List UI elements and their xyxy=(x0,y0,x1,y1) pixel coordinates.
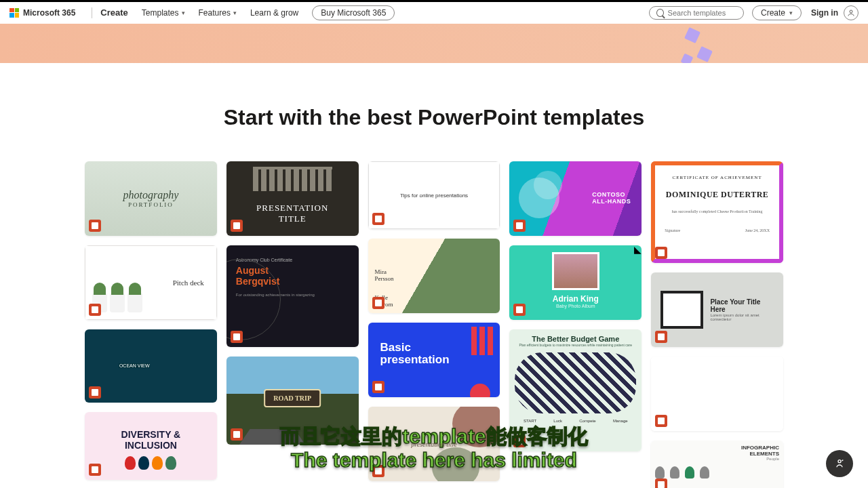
powerpoint-badge-icon xyxy=(89,304,101,316)
cube-decoration-icon xyxy=(681,54,694,63)
search-box[interactable] xyxy=(649,6,744,20)
template-card-roadtrip[interactable]: ROAD TRIP xyxy=(226,357,359,445)
thumb-title: Adrian King xyxy=(509,294,642,304)
template-card-infographic-people[interactable]: INFOGRAPHIC ELEMENTSPeople xyxy=(651,441,783,488)
template-card-infographic-weeks[interactable]: WEEK 1WEEK 2WEEK 3WEEK 4 xyxy=(651,357,783,431)
thumb-label: START xyxy=(524,419,536,423)
thumb-label: WEEK 2 xyxy=(693,424,708,428)
chevron-down-icon: ▾ xyxy=(233,9,237,16)
template-card-place-title[interactable]: Place Your Title HereLorem ipsum dolor s… xyxy=(651,272,783,347)
page-title: Start with the best PowerPoint templates xyxy=(0,105,868,130)
microsoft-logo-icon[interactable] xyxy=(9,8,19,18)
powerpoint-badge-icon xyxy=(89,464,101,476)
thumb-title: OCEAN VIEW xyxy=(119,363,150,368)
powerpoint-badge-icon xyxy=(231,331,243,343)
template-card-blob[interactable]: presentation title xyxy=(368,407,500,481)
powerpoint-badge-icon xyxy=(655,479,667,488)
thumb-title: DOMINIQUE DUTERTRE xyxy=(665,190,770,200)
powerpoint-badge-icon xyxy=(513,304,526,316)
thumb-label: WEEK 4 xyxy=(760,424,774,428)
template-card-astronomy[interactable]: Astronomy Club CertificateAugust Bergqvi… xyxy=(226,245,359,347)
powerpoint-badge-icon xyxy=(655,415,667,427)
thumb-title: PRESENTATION TITLE xyxy=(256,203,328,224)
thumb-label: WEEK 3 xyxy=(726,424,741,428)
template-card-certificate[interactable]: CERTIFICATE OF ACHIEVEMENTDOMINIQUE DUTE… xyxy=(651,161,783,263)
thumb-subtitle: Baby Photo Album xyxy=(509,304,642,308)
template-card-tips[interactable]: Tips for online presentations xyxy=(368,161,500,229)
template-card-budget[interactable]: The Better Budget GamePlan efficient bud… xyxy=(509,329,642,451)
profile-avatar-icon[interactable] xyxy=(844,5,859,20)
nav-features-label: Features xyxy=(199,8,231,18)
powerpoint-badge-icon xyxy=(372,297,384,309)
powerpoint-badge-icon xyxy=(372,381,384,393)
template-card-pitch-deck[interactable]: Pitch deck xyxy=(85,245,217,320)
thumb-title: presentation title xyxy=(411,441,457,448)
chevron-down-icon: ▾ xyxy=(789,9,793,16)
thumb-desc: Lorem ipsum dolor sit amet consectetur xyxy=(710,313,774,321)
thumb-subtitle: People xyxy=(655,457,779,461)
thumb-text: Persson xyxy=(375,276,394,283)
powerpoint-badge-icon xyxy=(655,247,667,259)
powerpoint-badge-icon xyxy=(655,331,667,343)
thumb-label: Compete xyxy=(579,419,595,423)
thumb-subtitle: CERTIFICATE OF ACHIEVEMENT xyxy=(665,175,770,180)
thumb-title: INFOGRAPHIC ELEMENTS xyxy=(655,445,779,457)
powerpoint-badge-icon xyxy=(89,386,101,399)
template-card-contoso[interactable]: CONTOSO ALL-HANDS xyxy=(509,161,642,236)
cube-decoration-icon xyxy=(684,27,701,43)
search-icon xyxy=(656,9,664,17)
template-card-diversity[interactable]: DIVERSITY &INCLUSION xyxy=(85,412,217,480)
buy-m365-button[interactable]: Buy Microsoft 365 xyxy=(312,5,395,20)
nav-templates[interactable]: Templates▾ xyxy=(142,8,185,18)
thumb-title: Pitch deck xyxy=(173,279,204,287)
thumb-subtitle: PORTFOLIO xyxy=(128,201,174,208)
nav-create[interactable]: Create xyxy=(100,7,127,18)
template-gallery: photographyPORTFOLIO Pitch deck OCEAN VI… xyxy=(85,161,783,488)
thumb-title: CONTOSO ALL-HANDS xyxy=(592,191,631,205)
cube-decoration-icon xyxy=(696,46,713,62)
powerpoint-badge-icon xyxy=(372,213,384,225)
powerpoint-badge-icon xyxy=(372,465,384,477)
powerpoint-badge-icon xyxy=(513,220,526,232)
svg-point-0 xyxy=(850,10,852,13)
thumb-subtitle: INCLUSION xyxy=(125,440,177,451)
thumb-title: ROAD TRIP xyxy=(264,389,321,407)
thumb-desc: has successfully completed Cheese Produc… xyxy=(665,209,770,214)
help-fab-button[interactable] xyxy=(826,450,853,477)
create-button[interactable]: Create▾ xyxy=(752,5,802,20)
powerpoint-badge-icon xyxy=(513,435,526,447)
template-card-mira[interactable]: MiraPerssonKalleAstrom xyxy=(368,239,500,313)
thumb-title: DIVERSITY & xyxy=(121,429,181,440)
thumb-subtitle: Plan efficient budgets to maximize resou… xyxy=(515,343,636,347)
search-input[interactable] xyxy=(668,9,736,17)
nav-divider xyxy=(92,7,92,18)
powerpoint-badge-icon xyxy=(89,220,101,232)
hero-banner xyxy=(0,24,868,63)
thumb-label: Luck xyxy=(553,419,562,423)
powerpoint-badge-icon xyxy=(231,428,243,441)
template-card-ocean[interactable]: OCEAN VIEW xyxy=(85,329,217,403)
top-navbar: Microsoft 365 Create Templates▾ Features… xyxy=(0,2,868,24)
create-button-label: Create xyxy=(761,8,785,18)
thumb-title: Place Your Title Here xyxy=(710,298,774,313)
template-card-photography[interactable]: photographyPORTFOLIO xyxy=(85,161,217,236)
chevron-down-icon: ▾ xyxy=(182,9,185,16)
svg-point-1 xyxy=(838,460,841,463)
thumb-label: June 24, 20XX xyxy=(745,228,770,232)
nav-learn[interactable]: Learn & grow xyxy=(250,8,298,18)
template-card-presentation-title[interactable]: PRESENTATION TITLE xyxy=(226,161,359,236)
thumb-title: Tips for online presentations xyxy=(400,192,468,199)
thumb-title: photography xyxy=(123,189,179,201)
nav-templates-label: Templates xyxy=(142,8,179,18)
nav-features[interactable]: Features▾ xyxy=(199,8,237,18)
thumb-label: Signature xyxy=(665,228,680,232)
powerpoint-badge-icon xyxy=(231,220,243,232)
thumb-label: Manage xyxy=(613,419,628,423)
brand-label[interactable]: Microsoft 365 xyxy=(23,8,75,18)
signin-link[interactable]: Sign in xyxy=(811,8,838,18)
template-card-adrian[interactable]: Adrian KingBaby Photo Album xyxy=(509,245,642,320)
template-card-basic[interactable]: Basic presentation xyxy=(368,323,500,397)
thumb-title: The Better Budget Game xyxy=(515,335,636,343)
